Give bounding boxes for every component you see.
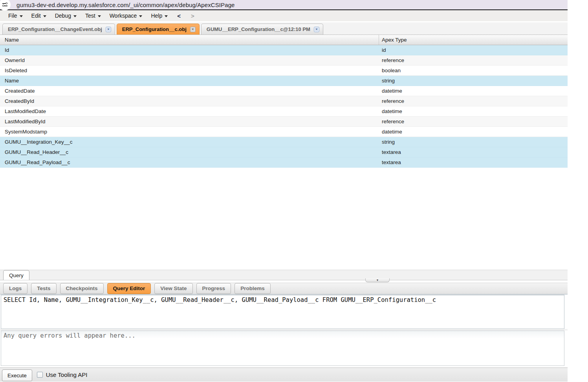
grid-body: IdidOwnerIdreferenceIsDeletedbooleanName… bbox=[0, 45, 568, 168]
tab-query-editor[interactable]: Query Editor bbox=[107, 283, 151, 294]
menu-edit[interactable]: Edit bbox=[27, 11, 51, 21]
tab-tests[interactable]: Tests bbox=[31, 283, 56, 294]
use-tooling-label: Use Tooling API bbox=[46, 371, 88, 378]
menu-label: Test bbox=[85, 13, 95, 19]
editor-tab[interactable]: GUMU__ERP_Configuration__c@12:10 PM× bbox=[201, 24, 323, 35]
table-row[interactable]: GUMU__Read_Header__ctextarea bbox=[0, 147, 568, 157]
menu-label: Edit bbox=[31, 13, 41, 19]
menu-items: FileEditDebugTestWorkspaceHelp bbox=[4, 11, 172, 21]
table-row[interactable]: LastModifiedByIdreference bbox=[0, 117, 568, 127]
apex-type-cell: string bbox=[379, 137, 568, 147]
use-tooling-checkbox[interactable] bbox=[37, 372, 43, 378]
menu-label: Help bbox=[151, 13, 162, 19]
column-header-apex-type[interactable]: Apex Type bbox=[379, 35, 568, 45]
editor-tab-label: ERP_Configuration__ChangeEvent.obj bbox=[8, 26, 102, 32]
page: gumu3-dev-ed.develop.my.salesforce.com/_… bbox=[0, 0, 588, 382]
table-row[interactable]: GUMU__Integration_Key__cstring bbox=[0, 137, 568, 147]
browser-address-bar: gumu3-dev-ed.develop.my.salesforce.com/_… bbox=[0, 0, 568, 10]
apex-type-cell: reference bbox=[379, 55, 568, 65]
field-name-cell: IsDeleted bbox=[0, 66, 379, 75]
dropdown-caret-icon bbox=[43, 15, 46, 17]
field-name-cell: GUMU__Read_Header__c bbox=[0, 147, 379, 157]
field-name-cell: LastModifiedById bbox=[0, 117, 379, 126]
field-name-cell: Name bbox=[0, 76, 379, 86]
table-row[interactable]: Namestring bbox=[0, 76, 568, 86]
dropdown-caret-icon bbox=[98, 15, 101, 17]
apex-type-cell: datetime bbox=[379, 86, 568, 96]
tune-icon bbox=[2, 3, 7, 7]
editor-tab[interactable]: ERP_Configuration__ChangeEvent.obj× bbox=[2, 24, 115, 35]
apex-type-cell: textarea bbox=[379, 147, 568, 157]
field-name-cell: LastModifiedDate bbox=[0, 106, 379, 116]
table-row[interactable]: SystemModstampdatetime bbox=[0, 127, 568, 137]
table-row[interactable]: OwnerIdreference bbox=[0, 55, 568, 66]
apex-type-cell: textarea bbox=[379, 157, 568, 167]
nav-back-button[interactable]: < bbox=[172, 13, 186, 19]
menu-test[interactable]: Test bbox=[81, 11, 105, 21]
apex-type-cell: reference bbox=[379, 96, 568, 106]
table-row[interactable]: Idid bbox=[0, 45, 568, 55]
panel-tab-bar: LogsTestsCheckpointsQuery EditorView Sta… bbox=[0, 283, 568, 294]
editor-tab-label: ERP_Configuration__c.obj bbox=[122, 26, 187, 32]
menu-label: Debug bbox=[55, 13, 71, 19]
apex-type-cell: string bbox=[379, 76, 568, 86]
workspace-strip: Query ▼ bbox=[0, 270, 568, 280]
apex-type-cell: boolean bbox=[379, 66, 568, 75]
close-icon[interactable]: × bbox=[106, 27, 111, 32]
menu-bar: FileEditDebugTestWorkspaceHelp < > bbox=[0, 10, 568, 21]
menu-label: Workspace bbox=[110, 13, 137, 19]
table-row[interactable]: GUMU__Read_Payload__ctextarea bbox=[0, 157, 568, 168]
field-name-cell: GUMU__Read_Payload__c bbox=[0, 157, 379, 167]
field-name-cell: OwnerId bbox=[0, 55, 379, 65]
apex-type-cell: datetime bbox=[379, 127, 568, 137]
field-name-cell: Id bbox=[0, 45, 379, 55]
editor-tab-label: GUMU__ERP_Configuration__c@12:10 PM bbox=[207, 26, 310, 32]
tab-checkpoints[interactable]: Checkpoints bbox=[60, 283, 104, 294]
field-name-cell: CreatedById bbox=[0, 96, 379, 106]
soql-query-input[interactable]: SELECT Id, Name, GUMU__Integration_Key__… bbox=[1, 295, 564, 329]
editor-tab[interactable]: ERP_Configuration__c.obj× bbox=[117, 24, 200, 35]
site-settings-icon[interactable] bbox=[0, 0, 11, 11]
menu-label: File bbox=[8, 13, 17, 19]
menu-workspace[interactable]: Workspace bbox=[105, 11, 147, 21]
apex-type-cell: datetime bbox=[379, 106, 568, 116]
tab-view-state[interactable]: View State bbox=[154, 283, 192, 294]
grid-empty-space bbox=[0, 168, 568, 270]
url-text[interactable]: gumu3-dev-ed.develop.my.salesforce.com/_… bbox=[16, 2, 235, 8]
table-row[interactable]: CreatedDatedatetime bbox=[0, 86, 568, 96]
tab-progress[interactable]: Progress bbox=[196, 283, 231, 294]
menu-debug[interactable]: Debug bbox=[51, 11, 81, 21]
column-header-name[interactable]: Name bbox=[0, 35, 379, 45]
nav-forward-button[interactable]: > bbox=[186, 13, 200, 19]
dropdown-caret-icon bbox=[139, 15, 142, 17]
table-row[interactable]: LastModifiedDatedatetime bbox=[0, 106, 568, 117]
panel-collapse-handle[interactable]: ▼ bbox=[365, 278, 390, 282]
table-row[interactable]: CreatedByIdreference bbox=[0, 96, 568, 106]
menu-help[interactable]: Help bbox=[147, 11, 172, 21]
menu-file[interactable]: File bbox=[4, 11, 27, 21]
tab-problems[interactable]: Problems bbox=[234, 283, 271, 294]
grid-header: Name Apex Type bbox=[0, 35, 568, 45]
dropdown-caret-icon bbox=[73, 15, 77, 17]
tooling-option: Use Tooling API bbox=[37, 371, 88, 378]
field-name-cell: CreatedDate bbox=[0, 86, 379, 96]
workspace-tab-query[interactable]: Query bbox=[3, 270, 29, 280]
developer-console-window: gumu3-dev-ed.develop.my.salesforce.com/_… bbox=[0, 0, 568, 382]
close-icon[interactable]: × bbox=[190, 27, 196, 32]
editor-tab-strip: ERP_Configuration__ChangeEvent.obj×ERP_C… bbox=[0, 22, 568, 35]
tab-logs[interactable]: Logs bbox=[3, 283, 27, 294]
apex-type-cell: reference bbox=[379, 117, 568, 126]
field-name-cell: GUMU__Integration_Key__c bbox=[0, 137, 379, 147]
field-grid: Name Apex Type IdidOwnerIdreferenceIsDel… bbox=[0, 35, 568, 168]
collapse-arrow-icon: ▼ bbox=[376, 279, 379, 281]
query-error-output: Any query errors will appear here... bbox=[1, 331, 564, 366]
apex-type-cell: id bbox=[379, 45, 568, 55]
execute-button[interactable]: Execute bbox=[2, 369, 32, 381]
dropdown-caret-icon bbox=[165, 15, 168, 17]
close-icon[interactable]: × bbox=[314, 27, 319, 32]
query-action-bar: Execute Use Tooling API bbox=[0, 367, 568, 382]
table-row[interactable]: IsDeletedboolean bbox=[0, 66, 568, 76]
dropdown-caret-icon bbox=[20, 15, 23, 17]
field-name-cell: SystemModstamp bbox=[0, 127, 379, 137]
